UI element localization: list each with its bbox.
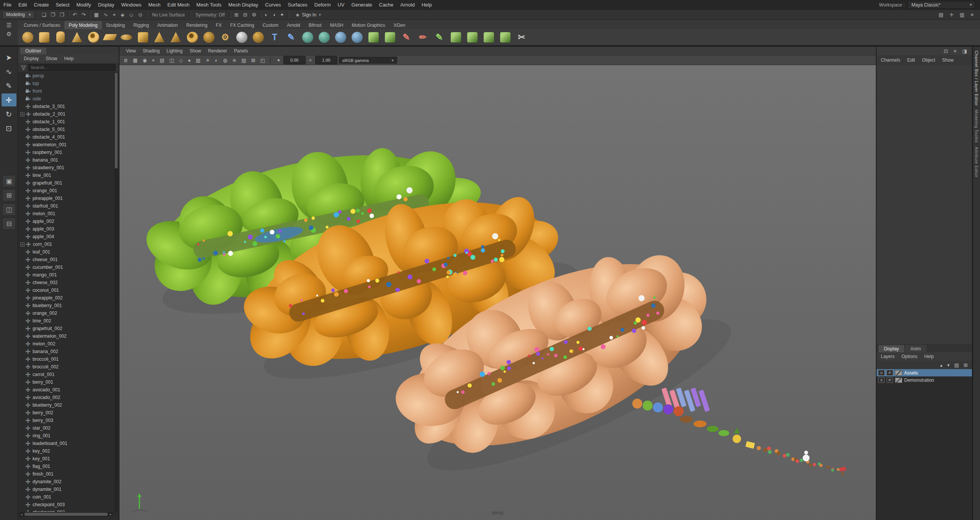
menu-select[interactable]: Select	[52, 0, 73, 10]
outliner-item-banana_001[interactable]: banana_001	[18, 156, 114, 164]
bridge-icon[interactable]	[481, 30, 496, 44]
outliner-item-avocado_002[interactable]: avocado_002	[18, 394, 114, 401]
menu-settings-icon[interactable]: ≡	[969, 12, 975, 17]
outliner-item-orange_002[interactable]: orange_002	[18, 309, 114, 317]
image-plane-icon[interactable]: ◫	[168, 58, 175, 63]
render-settings-icon[interactable]: ✦	[279, 12, 285, 17]
output-operations-icon[interactable]: ⊟	[242, 12, 249, 17]
sign-in-button[interactable]: ☻ Sign In ▼	[291, 12, 326, 18]
poly-prism-icon[interactable]	[169, 30, 183, 44]
outliner-item-ring_001[interactable]: ring_001	[18, 432, 114, 440]
layout-persp-outliner[interactable]: ◫	[2, 203, 16, 216]
xray-icon[interactable]: ⊠	[250, 58, 257, 63]
smooth-shade-icon[interactable]: ●	[187, 58, 192, 63]
select-camera-icon[interactable]: ▦	[132, 58, 139, 63]
expander-icon[interactable]: +	[20, 112, 25, 116]
outliner-tab[interactable]: Outliner	[20, 47, 46, 54]
separate-icon[interactable]	[383, 30, 397, 44]
viewport-menu-lighting[interactable]: Lighting	[163, 48, 186, 54]
outliner-item-persp[interactable]: persp	[18, 72, 114, 80]
outliner-item-leaf_001[interactable]: leaf_001	[18, 248, 114, 256]
outliner-item-dynamite_001[interactable]: dynamite_001	[18, 486, 114, 493]
scrollbar-thumb[interactable]	[115, 73, 118, 168]
outliner-item-front[interactable]: front	[18, 87, 114, 95]
poly-torus-icon[interactable]	[86, 30, 101, 44]
layer-menu-layers[interactable]: Layers	[877, 354, 898, 359]
shelf-tab-fx-caching[interactable]: FX Caching	[226, 21, 258, 29]
layout-single-pane[interactable]: ▣	[2, 175, 16, 187]
outliner-item-obstacle_3_001[interactable]: obstacle_3_001	[18, 103, 114, 110]
menu-surfaces[interactable]: Surfaces	[285, 0, 311, 10]
side-tab-attribute-editor[interactable]: Attribute Editor	[974, 147, 979, 178]
shelf-tab-arnold[interactable]: Arnold	[283, 21, 304, 29]
viewport-menu-view[interactable]: View	[123, 48, 139, 54]
screen-ao-icon[interactable]: ◍	[222, 58, 228, 63]
layout-split-pane[interactable]: ⊟	[2, 217, 16, 230]
make-live-icon[interactable]: ⊙	[137, 12, 144, 17]
scrollbar-thumb[interactable]	[25, 513, 108, 516]
outliner-item-leaderboard_001[interactable]: leaderboard_001	[18, 440, 114, 447]
viewport-menu-renderer[interactable]: Renderer	[205, 48, 231, 54]
outliner-item-melon_002[interactable]: melon_002	[18, 340, 114, 348]
pin-panel-icon[interactable]: ⊡	[942, 49, 949, 54]
search-input[interactable]	[28, 64, 116, 71]
poly-disc-icon[interactable]	[119, 30, 134, 44]
outliner-item-obstacle_4_001[interactable]: obstacle_4_001	[18, 133, 114, 141]
outliner-item-side[interactable]: side	[18, 95, 114, 103]
outliner-item-lime_002[interactable]: lime_002	[18, 317, 114, 325]
outliner-item-grapefruit_001[interactable]: grapefruit_001	[18, 179, 114, 187]
scroll-right-icon[interactable]: ▸	[108, 513, 113, 516]
input-operations-icon[interactable]: ⊞	[233, 12, 240, 17]
outliner-item-checkpoint_003[interactable]: checkpoint_003	[18, 501, 114, 509]
textured-icon[interactable]: ▧	[195, 58, 201, 63]
shadows-icon[interactable]: ◐	[214, 58, 219, 63]
outliner-vertical-scrollbar[interactable]	[115, 72, 118, 512]
outliner-item-cucumber_001[interactable]: cucumber_001	[18, 263, 114, 271]
poly-cone-icon[interactable]	[70, 30, 84, 44]
poly-gear-icon[interactable]: ⚙	[218, 30, 232, 44]
move-layer-down-icon[interactable]: ▾	[946, 363, 951, 368]
outliner-item-obstacle_2_001[interactable]: +obstacle_2_001	[18, 110, 114, 118]
outliner-item-star_002[interactable]: star_002	[18, 424, 114, 432]
channel-menu-show[interactable]: Show	[939, 57, 957, 63]
lasso-tool[interactable]: ∿	[2, 65, 16, 78]
paint-effects-panel-icon[interactable]: ▤	[937, 12, 944, 17]
use-all-lights-icon[interactable]: ☀	[205, 58, 211, 63]
render-icon[interactable]: ◐	[263, 12, 269, 17]
ipr-render-icon[interactable]: ◑	[271, 12, 276, 17]
lock-camera-icon[interactable]: ◉	[141, 58, 148, 63]
redo-icon[interactable]: ↷	[80, 12, 87, 17]
menu-generate[interactable]: Generate	[348, 0, 376, 10]
viewport-canvas[interactable]: persp	[119, 65, 876, 520]
outliner-item-banana_002[interactable]: banana_002	[18, 348, 114, 355]
menu-windows[interactable]: Windows	[118, 0, 145, 10]
menu-set-dropdown[interactable]: Modeling ▼	[2, 11, 34, 19]
outliner-item-berry_002[interactable]: berry_002	[18, 409, 114, 417]
panel-grip-icon[interactable]: ≣	[123, 58, 129, 63]
menu-edit[interactable]: Edit	[15, 0, 30, 10]
outliner-item-dynamite_002[interactable]: dynamite_002	[18, 478, 114, 486]
outliner-item-coin_001[interactable]: coin_001	[18, 493, 114, 501]
quad-draw-icon[interactable]: ✎	[432, 30, 447, 44]
open-scene-icon[interactable]: ❐	[49, 12, 56, 17]
outliner-item-apple_002[interactable]: apple_002	[18, 217, 114, 225]
move-layer-up-icon[interactable]: ▴	[939, 363, 944, 368]
poly-sphere-icon[interactable]	[20, 30, 35, 44]
poly-helix-icon[interactable]	[201, 30, 216, 44]
soccer-ball-icon[interactable]	[234, 30, 249, 44]
filter-icon[interactable]	[21, 65, 26, 70]
exposure-icon[interactable]: ✦	[275, 58, 282, 63]
channel-menu-channels[interactable]: Channels	[877, 57, 904, 63]
outliner-item-watermelon_001[interactable]: watermelon_001	[18, 141, 114, 149]
poly-cylinder-icon[interactable]	[53, 30, 68, 44]
scroll-left-icon[interactable]: ◂	[19, 513, 24, 516]
menu-edit-mesh[interactable]: Edit Mesh	[164, 0, 193, 10]
gamma-field[interactable]	[315, 56, 337, 64]
multi-cut-icon[interactable]: ✎	[399, 30, 414, 44]
outliner-item-lime_001[interactable]: lime_001	[18, 172, 114, 179]
layer-visibility-toggle[interactable]: V	[878, 377, 885, 383]
layer-menu-options[interactable]: Options	[898, 354, 921, 359]
smooth-sculpt-icon[interactable]	[317, 30, 331, 44]
bevel-icon[interactable]	[465, 30, 479, 44]
outliner-menu-display[interactable]: Display	[20, 56, 42, 61]
